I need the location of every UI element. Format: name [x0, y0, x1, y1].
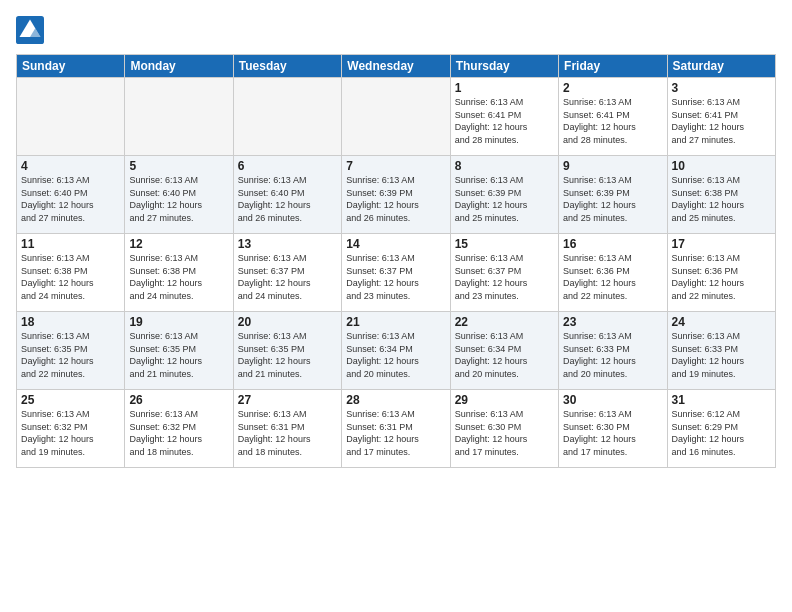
week-row-1: 1Sunrise: 6:13 AM Sunset: 6:41 PM Daylig…: [17, 78, 776, 156]
calendar-cell: 6Sunrise: 6:13 AM Sunset: 6:40 PM Daylig…: [233, 156, 341, 234]
calendar-cell: 5Sunrise: 6:13 AM Sunset: 6:40 PM Daylig…: [125, 156, 233, 234]
calendar-cell: 13Sunrise: 6:13 AM Sunset: 6:37 PM Dayli…: [233, 234, 341, 312]
day-info: Sunrise: 6:13 AM Sunset: 6:32 PM Dayligh…: [21, 408, 120, 458]
day-number: 28: [346, 393, 445, 407]
day-number: 6: [238, 159, 337, 173]
calendar-cell: 16Sunrise: 6:13 AM Sunset: 6:36 PM Dayli…: [559, 234, 667, 312]
calendar-cell: 4Sunrise: 6:13 AM Sunset: 6:40 PM Daylig…: [17, 156, 125, 234]
page-header: [16, 16, 776, 44]
day-info: Sunrise: 6:13 AM Sunset: 6:35 PM Dayligh…: [129, 330, 228, 380]
calendar-cell: 30Sunrise: 6:13 AM Sunset: 6:30 PM Dayli…: [559, 390, 667, 468]
day-number: 29: [455, 393, 554, 407]
day-number: 10: [672, 159, 771, 173]
day-number: 1: [455, 81, 554, 95]
calendar-cell: [233, 78, 341, 156]
day-number: 18: [21, 315, 120, 329]
day-info: Sunrise: 6:13 AM Sunset: 6:33 PM Dayligh…: [672, 330, 771, 380]
day-info: Sunrise: 6:13 AM Sunset: 6:31 PM Dayligh…: [346, 408, 445, 458]
calendar-cell: 20Sunrise: 6:13 AM Sunset: 6:35 PM Dayli…: [233, 312, 341, 390]
week-row-2: 4Sunrise: 6:13 AM Sunset: 6:40 PM Daylig…: [17, 156, 776, 234]
day-info: Sunrise: 6:13 AM Sunset: 6:39 PM Dayligh…: [346, 174, 445, 224]
day-info: Sunrise: 6:13 AM Sunset: 6:39 PM Dayligh…: [455, 174, 554, 224]
calendar-cell: 17Sunrise: 6:13 AM Sunset: 6:36 PM Dayli…: [667, 234, 775, 312]
calendar-cell: 8Sunrise: 6:13 AM Sunset: 6:39 PM Daylig…: [450, 156, 558, 234]
day-number: 13: [238, 237, 337, 251]
day-info: Sunrise: 6:13 AM Sunset: 6:41 PM Dayligh…: [455, 96, 554, 146]
week-row-3: 11Sunrise: 6:13 AM Sunset: 6:38 PM Dayli…: [17, 234, 776, 312]
calendar-cell: 2Sunrise: 6:13 AM Sunset: 6:41 PM Daylig…: [559, 78, 667, 156]
day-info: Sunrise: 6:12 AM Sunset: 6:29 PM Dayligh…: [672, 408, 771, 458]
day-number: 16: [563, 237, 662, 251]
header-tuesday: Tuesday: [233, 55, 341, 78]
day-info: Sunrise: 6:13 AM Sunset: 6:30 PM Dayligh…: [455, 408, 554, 458]
day-info: Sunrise: 6:13 AM Sunset: 6:39 PM Dayligh…: [563, 174, 662, 224]
day-number: 2: [563, 81, 662, 95]
calendar-table: SundayMondayTuesdayWednesdayThursdayFrid…: [16, 54, 776, 468]
day-number: 15: [455, 237, 554, 251]
calendar-cell: 10Sunrise: 6:13 AM Sunset: 6:38 PM Dayli…: [667, 156, 775, 234]
week-row-5: 25Sunrise: 6:13 AM Sunset: 6:32 PM Dayli…: [17, 390, 776, 468]
day-number: 30: [563, 393, 662, 407]
day-info: Sunrise: 6:13 AM Sunset: 6:37 PM Dayligh…: [238, 252, 337, 302]
day-info: Sunrise: 6:13 AM Sunset: 6:40 PM Dayligh…: [129, 174, 228, 224]
calendar-cell: 9Sunrise: 6:13 AM Sunset: 6:39 PM Daylig…: [559, 156, 667, 234]
calendar-cell: 19Sunrise: 6:13 AM Sunset: 6:35 PM Dayli…: [125, 312, 233, 390]
day-info: Sunrise: 6:13 AM Sunset: 6:36 PM Dayligh…: [563, 252, 662, 302]
day-info: Sunrise: 6:13 AM Sunset: 6:35 PM Dayligh…: [238, 330, 337, 380]
day-info: Sunrise: 6:13 AM Sunset: 6:36 PM Dayligh…: [672, 252, 771, 302]
day-info: Sunrise: 6:13 AM Sunset: 6:38 PM Dayligh…: [672, 174, 771, 224]
day-number: 24: [672, 315, 771, 329]
day-info: Sunrise: 6:13 AM Sunset: 6:33 PM Dayligh…: [563, 330, 662, 380]
calendar-cell: 1Sunrise: 6:13 AM Sunset: 6:41 PM Daylig…: [450, 78, 558, 156]
day-number: 20: [238, 315, 337, 329]
day-info: Sunrise: 6:13 AM Sunset: 6:41 PM Dayligh…: [672, 96, 771, 146]
day-number: 4: [21, 159, 120, 173]
header-saturday: Saturday: [667, 55, 775, 78]
day-info: Sunrise: 6:13 AM Sunset: 6:32 PM Dayligh…: [129, 408, 228, 458]
calendar-cell: 24Sunrise: 6:13 AM Sunset: 6:33 PM Dayli…: [667, 312, 775, 390]
calendar-cell: 27Sunrise: 6:13 AM Sunset: 6:31 PM Dayli…: [233, 390, 341, 468]
day-info: Sunrise: 6:13 AM Sunset: 6:37 PM Dayligh…: [455, 252, 554, 302]
day-info: Sunrise: 6:13 AM Sunset: 6:38 PM Dayligh…: [21, 252, 120, 302]
day-info: Sunrise: 6:13 AM Sunset: 6:31 PM Dayligh…: [238, 408, 337, 458]
day-number: 3: [672, 81, 771, 95]
calendar-cell: 14Sunrise: 6:13 AM Sunset: 6:37 PM Dayli…: [342, 234, 450, 312]
calendar-cell: 7Sunrise: 6:13 AM Sunset: 6:39 PM Daylig…: [342, 156, 450, 234]
header-thursday: Thursday: [450, 55, 558, 78]
calendar-cell: 11Sunrise: 6:13 AM Sunset: 6:38 PM Dayli…: [17, 234, 125, 312]
calendar-cell: 3Sunrise: 6:13 AM Sunset: 6:41 PM Daylig…: [667, 78, 775, 156]
day-number: 19: [129, 315, 228, 329]
logo-icon: [16, 16, 44, 44]
day-info: Sunrise: 6:13 AM Sunset: 6:34 PM Dayligh…: [455, 330, 554, 380]
header-wednesday: Wednesday: [342, 55, 450, 78]
day-number: 26: [129, 393, 228, 407]
day-number: 7: [346, 159, 445, 173]
header-sunday: Sunday: [17, 55, 125, 78]
day-info: Sunrise: 6:13 AM Sunset: 6:38 PM Dayligh…: [129, 252, 228, 302]
day-number: 23: [563, 315, 662, 329]
day-number: 25: [21, 393, 120, 407]
day-info: Sunrise: 6:13 AM Sunset: 6:37 PM Dayligh…: [346, 252, 445, 302]
day-number: 22: [455, 315, 554, 329]
calendar-cell: 21Sunrise: 6:13 AM Sunset: 6:34 PM Dayli…: [342, 312, 450, 390]
calendar-header-row: SundayMondayTuesdayWednesdayThursdayFrid…: [17, 55, 776, 78]
calendar-cell: [342, 78, 450, 156]
day-number: 17: [672, 237, 771, 251]
calendar-cell: 12Sunrise: 6:13 AM Sunset: 6:38 PM Dayli…: [125, 234, 233, 312]
day-number: 27: [238, 393, 337, 407]
day-number: 12: [129, 237, 228, 251]
calendar-cell: 25Sunrise: 6:13 AM Sunset: 6:32 PM Dayli…: [17, 390, 125, 468]
day-number: 21: [346, 315, 445, 329]
day-number: 5: [129, 159, 228, 173]
day-info: Sunrise: 6:13 AM Sunset: 6:40 PM Dayligh…: [21, 174, 120, 224]
calendar-cell: 22Sunrise: 6:13 AM Sunset: 6:34 PM Dayli…: [450, 312, 558, 390]
day-number: 8: [455, 159, 554, 173]
day-number: 9: [563, 159, 662, 173]
header-monday: Monday: [125, 55, 233, 78]
day-info: Sunrise: 6:13 AM Sunset: 6:34 PM Dayligh…: [346, 330, 445, 380]
calendar-cell: 23Sunrise: 6:13 AM Sunset: 6:33 PM Dayli…: [559, 312, 667, 390]
day-info: Sunrise: 6:13 AM Sunset: 6:30 PM Dayligh…: [563, 408, 662, 458]
calendar-cell: [125, 78, 233, 156]
logo: [16, 16, 48, 44]
calendar-cell: 18Sunrise: 6:13 AM Sunset: 6:35 PM Dayli…: [17, 312, 125, 390]
